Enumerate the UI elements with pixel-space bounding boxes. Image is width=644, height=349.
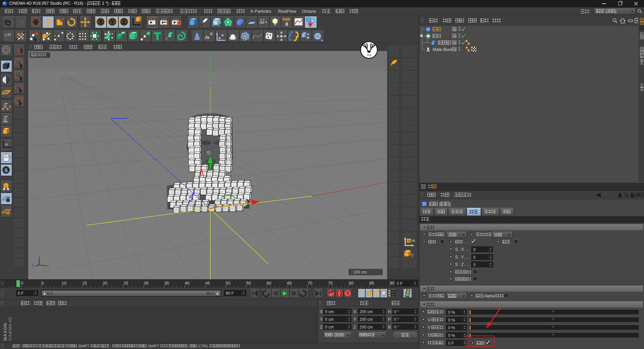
svg-text:Y: Y (38, 251, 41, 255)
svg-text:=1: =1 (407, 239, 411, 243)
svg-text:.fx: .fx (204, 35, 210, 40)
svg-text:P: P (382, 291, 385, 296)
svg-text:Y: Y (110, 19, 114, 25)
svg-text:xing: xing (367, 54, 371, 56)
svg-text:Z: Z (32, 264, 34, 268)
svg-text:0: 0 (285, 21, 288, 27)
svg-text:: 100 cm: : 100 cm (351, 270, 367, 275)
svg-text:?: ? (346, 291, 349, 296)
svg-text:?: ? (16, 46, 20, 55)
svg-text:Z: Z (122, 19, 126, 25)
svg-text:S: S (4, 167, 8, 173)
svg-text:PSR: PSR (282, 17, 290, 21)
svg-text:X: X (47, 264, 49, 268)
svg-text:X: X (99, 19, 103, 25)
svg-text:REC: REC (4, 38, 9, 40)
